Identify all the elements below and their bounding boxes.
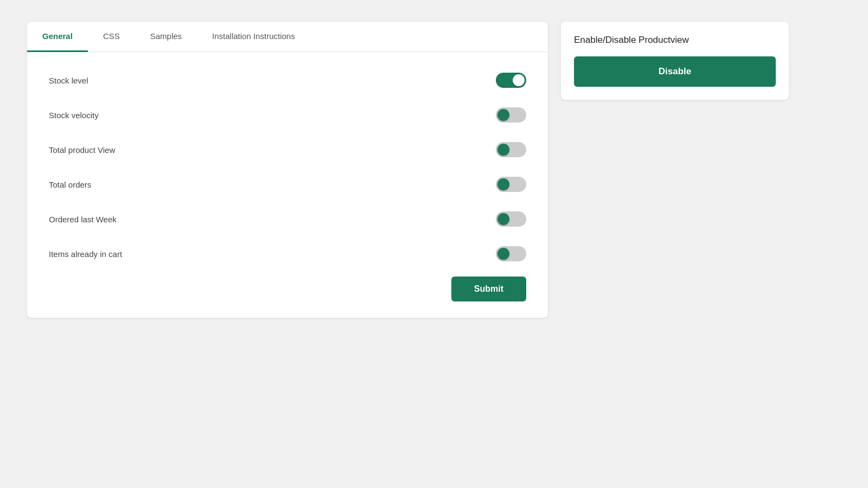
setting-label-items-in-cart: Items already in cart xyxy=(49,249,122,259)
tab-installation-instructions[interactable]: Installation Instructions xyxy=(197,22,310,52)
toggle-stock-level[interactable] xyxy=(496,73,526,88)
disable-button[interactable]: Disable xyxy=(574,56,776,87)
submit-area: Submit xyxy=(49,271,526,301)
setting-row-stock-level: Stock level xyxy=(49,63,526,98)
tabs-bar: General CSS Samples Installation Instruc… xyxy=(27,22,548,52)
page-layout: General CSS Samples Installation Instruc… xyxy=(0,0,868,339)
tab-css[interactable]: CSS xyxy=(88,22,135,52)
side-card-title: Enable/Disable Productview xyxy=(574,35,776,46)
setting-label-stock-velocity: Stock velocity xyxy=(49,111,99,120)
setting-label-total-product-view: Total product View xyxy=(49,145,115,155)
tab-general[interactable]: General xyxy=(27,22,88,52)
toggle-stock-velocity[interactable] xyxy=(496,107,526,123)
tab-samples[interactable]: Samples xyxy=(135,22,197,52)
toggle-total-product-view[interactable] xyxy=(496,142,526,157)
main-card: General CSS Samples Installation Instruc… xyxy=(27,22,548,318)
toggle-items-in-cart[interactable] xyxy=(496,246,526,261)
settings-body: Stock level Stock velocity Total p xyxy=(27,52,548,318)
setting-row-total-product-view: Total product View xyxy=(49,132,526,167)
toggle-total-orders[interactable] xyxy=(496,177,526,192)
setting-row-total-orders: Total orders xyxy=(49,167,526,202)
setting-label-ordered-last-week: Ordered last Week xyxy=(49,215,117,224)
setting-row-stock-velocity: Stock velocity xyxy=(49,98,526,132)
side-card: Enable/Disable Productview Disable xyxy=(561,22,789,100)
setting-row-items-in-cart: Items already in cart xyxy=(49,236,526,271)
submit-button[interactable]: Submit xyxy=(451,277,526,301)
setting-label-total-orders: Total orders xyxy=(49,180,91,189)
setting-row-ordered-last-week: Ordered last Week xyxy=(49,202,526,236)
toggle-ordered-last-week[interactable] xyxy=(496,211,526,227)
setting-label-stock-level: Stock level xyxy=(49,76,88,85)
